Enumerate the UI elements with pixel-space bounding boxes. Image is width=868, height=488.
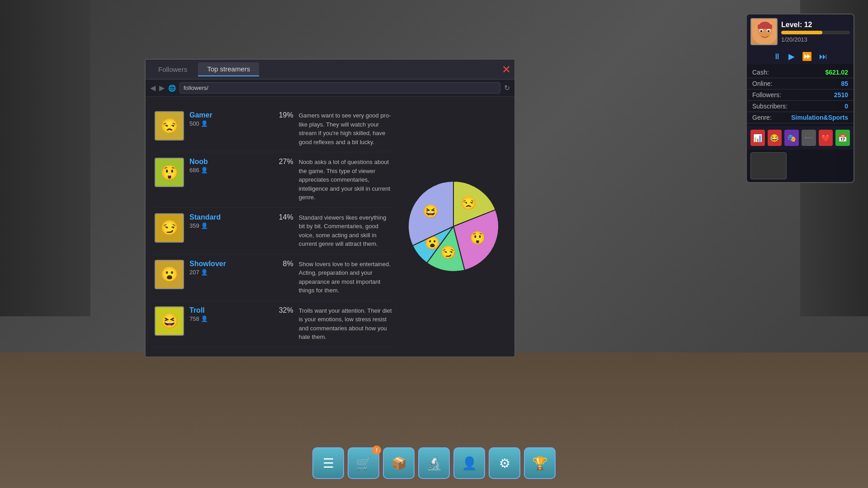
viewer-name: Showlover <box>189 260 268 268</box>
viewer-info-gamer: Gamer 500 👤 <box>189 111 268 127</box>
toolbar-trophy-button[interactable]: 🏆 <box>524 447 556 479</box>
viewer-count: 207 👤 <box>189 269 268 276</box>
dialog-content: 😒 Gamer 500 👤 19% Gamers want to see ver… <box>146 97 514 357</box>
nav-back-button[interactable]: ◀ <box>150 84 156 92</box>
hud-avatar-section: Level: 12 1/20/2013 <box>747 14 854 49</box>
hud-stat-subscribers: Subscribers: 0 <box>747 101 854 112</box>
viewer-name: Noob <box>189 158 268 166</box>
hud-subscribers-label: Subscribers: <box>752 103 788 110</box>
viewer-row: 😏 Standard 359 👤 14% Standard viewers li… <box>155 208 392 254</box>
hud-xp-fill <box>781 31 822 34</box>
viewer-list: 😒 Gamer 500 👤 19% Gamers want to see ver… <box>155 106 392 347</box>
toolbar-box-button[interactable]: 📦 <box>383 447 415 479</box>
hud-controls: ⏸ ▶ ⏩ ⏭ <box>747 49 854 64</box>
toolbar-research-button[interactable]: 🔬 <box>418 447 450 479</box>
shop-badge: ! <box>372 446 381 455</box>
tab-followers[interactable]: Followers <box>149 63 196 76</box>
hud-stat-cash: Cash: $621.02 <box>747 67 854 78</box>
nav-forward-button[interactable]: ▶ <box>159 84 165 92</box>
avatar <box>750 18 778 45</box>
hud-stat-genre: Genre: Simulation&Sports <box>747 112 854 123</box>
viewer-description: Trolls want your attention. Their diet i… <box>299 306 392 342</box>
viewer-count: 758 👤 <box>189 315 268 322</box>
viewer-percent: 32% <box>273 306 293 314</box>
viewer-name: Gamer <box>189 111 268 119</box>
hud-mask-button[interactable]: 🎭 <box>784 130 799 146</box>
viewer-avatar-gamer: 😒 <box>155 111 184 141</box>
dialog-titlebar: Followers Top streamers ✕ <box>146 60 514 80</box>
viewer-count: 359 👤 <box>189 222 268 229</box>
hud-followers-value: 2510 <box>834 91 848 99</box>
viewer-percent: 19% <box>273 111 293 119</box>
viewer-row: 😆 Troll 758 👤 32% Trolls want your atten… <box>155 301 392 347</box>
hud-chart-button[interactable]: 📊 <box>750 130 765 146</box>
hud-level-section: Level: 12 1/20/2013 <box>781 21 850 43</box>
viewer-description: Noob asks a lot of questions about the g… <box>299 158 392 202</box>
hud-level: Level: 12 <box>781 21 850 29</box>
pie-emoji-noob: 😲 <box>469 230 486 247</box>
viewer-row: 😲 Noob 686 👤 27% Noob asks a lot of ques… <box>155 152 392 208</box>
hud-panel: Level: 12 1/20/2013 ⏸ ▶ ⏩ ⏭ Cash: $621.0… <box>746 14 854 183</box>
hud-faster-button[interactable]: ⏭ <box>817 51 829 62</box>
viewer-description: Gamers want to see very good pro-like pl… <box>299 111 392 146</box>
viewer-count: 500 👤 <box>189 120 268 127</box>
pie-emoji-gamer: 😒 <box>461 196 477 212</box>
dialog-close-button[interactable]: ✕ <box>502 64 511 75</box>
svg-point-4 <box>760 30 763 33</box>
hud-genre-value: Simulation&Sports <box>791 114 848 121</box>
hud-xp-bar <box>781 31 850 34</box>
pie-chart: 😒😲😏😮😆 <box>406 179 501 274</box>
tab-top-streamers[interactable]: Top streamers <box>198 62 259 76</box>
hud-calendar-button[interactable]: 📅 <box>835 130 850 146</box>
hud-pause-button[interactable]: ⏸ <box>771 51 783 62</box>
viewer-name: Standard <box>189 213 268 221</box>
hud-stat-followers: Followers: 2510 <box>747 89 854 101</box>
address-input[interactable] <box>179 82 500 94</box>
viewer-avatar-showlover: 😮 <box>155 260 184 289</box>
viewer-percent: 27% <box>273 158 293 166</box>
viewer-row: 😮 Showlover 207 👤 8% Show lovers love to… <box>155 254 392 301</box>
dialog-window: Followers Top streamers ✕ ◀ ▶ 🌐 ↻ 😒 Game… <box>145 59 515 357</box>
viewer-info-standard: Standard 359 👤 <box>189 213 268 229</box>
room-wall-left <box>0 0 90 316</box>
hud-photo <box>750 152 787 179</box>
hud-play-button[interactable]: ▶ <box>787 51 797 62</box>
viewer-avatar-standard: 😏 <box>155 213 184 243</box>
pie-emoji-standard: 😏 <box>440 245 457 261</box>
pie-emoji-troll: 😆 <box>422 204 439 220</box>
hud-action-icons: 📊 😂 🎭 ➖ ❤️ 📅 <box>747 126 854 150</box>
refresh-button[interactable]: ↻ <box>504 84 510 92</box>
viewer-avatar-noob: 😲 <box>155 158 184 187</box>
toolbar-shop-button[interactable]: 🛒 ! <box>348 447 379 479</box>
hud-cash-label: Cash: <box>752 69 769 76</box>
svg-rect-7 <box>758 24 772 29</box>
hud-genre-label: Genre: <box>752 114 772 121</box>
hud-cash-value: $621.02 <box>825 69 848 76</box>
hud-minus-button[interactable]: ➖ <box>802 130 816 146</box>
dialog-address-bar: ◀ ▶ 🌐 ↻ <box>146 80 514 97</box>
toolbar-profile-button[interactable]: 👤 <box>453 447 485 479</box>
viewer-description: Show lovers love to be entertained. Acti… <box>299 260 392 295</box>
avatar-face <box>751 19 777 44</box>
viewer-percent: 8% <box>273 260 293 268</box>
hud-followers-label: Followers: <box>752 91 781 99</box>
bottom-toolbar: ☰ 🛒 ! 📦 🔬 👤 ⚙ 🏆 <box>312 447 556 479</box>
viewer-info-showlover: Showlover 207 👤 <box>189 260 268 276</box>
svg-point-5 <box>768 30 770 33</box>
hud-date: 1/20/2013 <box>781 36 850 43</box>
viewer-percent: 14% <box>273 213 293 221</box>
pie-section: 😒😲😏😮😆 <box>401 106 505 347</box>
hud-stat-online: Online: 85 <box>747 78 854 89</box>
hud-fast-button[interactable]: ⏩ <box>800 51 814 62</box>
globe-icon: 🌐 <box>168 84 176 92</box>
hud-online-value: 85 <box>841 80 848 87</box>
viewer-count: 686 👤 <box>189 167 268 174</box>
hud-heart-button[interactable]: ❤️ <box>819 130 833 146</box>
viewer-avatar-troll: 😆 <box>155 306 184 336</box>
toolbar-list-button[interactable]: ☰ <box>312 447 344 479</box>
toolbar-settings-button[interactable]: ⚙ <box>489 447 520 479</box>
hud-online-label: Online: <box>752 80 772 87</box>
viewer-description: Standard viewers likes everything bit by… <box>299 213 392 249</box>
hud-meme-button[interactable]: 😂 <box>768 130 782 146</box>
viewer-row: 😒 Gamer 500 👤 19% Gamers want to see ver… <box>155 106 392 152</box>
